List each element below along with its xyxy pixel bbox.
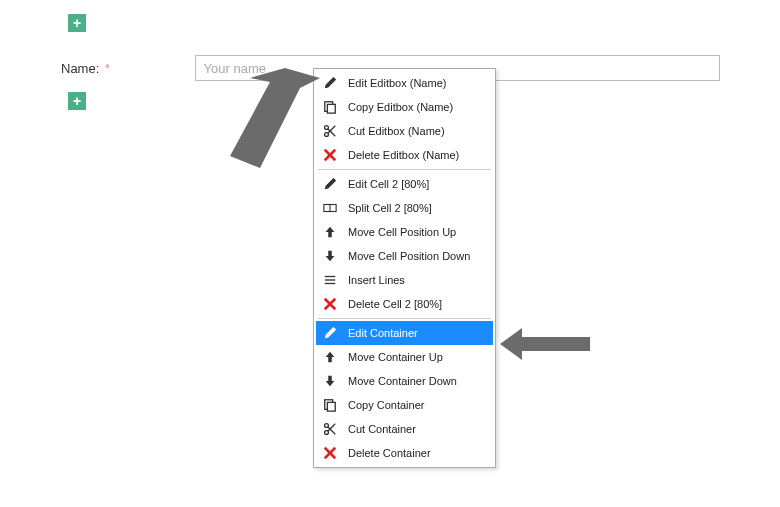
copy-icon (322, 99, 338, 115)
menu-item-label: Edit Container (348, 327, 418, 339)
svg-rect-1 (327, 104, 335, 113)
add-button[interactable]: + (68, 92, 86, 110)
add-button[interactable]: + (68, 14, 86, 32)
pencil-icon (322, 75, 338, 91)
delete-icon (322, 147, 338, 163)
svg-rect-16 (327, 402, 335, 411)
menu-item[interactable]: Move Container Down (316, 369, 493, 393)
menu-item[interactable]: Copy Editbox (Name) (316, 95, 493, 119)
menu-item-label: Insert Lines (348, 274, 405, 286)
split-icon (322, 200, 338, 216)
menu-item[interactable]: Delete Editbox (Name) (316, 143, 493, 167)
menu-item[interactable]: Edit Editbox (Name) (316, 71, 493, 95)
name-label: Name: (61, 61, 103, 76)
context-menu: Edit Editbox (Name)Copy Editbox (Name)Cu… (313, 68, 496, 468)
menu-item[interactable]: Delete Container (316, 441, 493, 465)
menu-item-label: Copy Container (348, 399, 424, 411)
menu-item-label: Move Container Down (348, 375, 457, 387)
menu-item[interactable]: Move Cell Position Up (316, 220, 493, 244)
copy-icon (322, 397, 338, 413)
menu-separator (318, 318, 491, 319)
menu-item[interactable]: Insert Lines (316, 268, 493, 292)
scissors-icon (322, 421, 338, 437)
menu-item-label: Move Container Up (348, 351, 443, 363)
menu-separator (318, 169, 491, 170)
menu-item-label: Delete Container (348, 447, 431, 459)
menu-item[interactable]: Cut Editbox (Name) (316, 119, 493, 143)
menu-item-label: Edit Cell 2 [80%] (348, 178, 429, 190)
delete-icon (322, 296, 338, 312)
menu-item[interactable]: Delete Cell 2 [80%] (316, 292, 493, 316)
menu-item-label: Cut Container (348, 423, 416, 435)
menu-item-label: Delete Cell 2 [80%] (348, 298, 442, 310)
menu-item[interactable]: Split Cell 2 [80%] (316, 196, 493, 220)
pencil-icon (322, 176, 338, 192)
menu-item-label: Move Cell Position Up (348, 226, 456, 238)
menu-item-label: Cut Editbox (Name) (348, 125, 445, 137)
menu-item[interactable]: Copy Container (316, 393, 493, 417)
menu-item-label: Delete Editbox (Name) (348, 149, 459, 161)
menu-item-label: Copy Editbox (Name) (348, 101, 453, 113)
menu-item-label: Split Cell 2 [80%] (348, 202, 432, 214)
arrow-up-icon (322, 224, 338, 240)
svg-marker-23 (230, 68, 320, 168)
menu-item-label: Move Cell Position Down (348, 250, 470, 262)
menu-item-label: Edit Editbox (Name) (348, 77, 446, 89)
svg-marker-24 (500, 328, 590, 360)
annotation-arrow-icon (500, 324, 590, 364)
menu-item[interactable]: Move Container Up (316, 345, 493, 369)
arrow-down-icon (322, 248, 338, 264)
required-indicator: * (105, 62, 109, 74)
delete-icon (322, 445, 338, 461)
arrow-down-icon (322, 373, 338, 389)
lines-icon (322, 272, 338, 288)
pencil-icon (322, 325, 338, 341)
menu-item[interactable]: Edit Container (316, 321, 493, 345)
menu-item[interactable]: Move Cell Position Down (316, 244, 493, 268)
menu-item[interactable]: Edit Cell 2 [80%] (316, 172, 493, 196)
annotation-arrow-icon (210, 68, 320, 168)
scissors-icon (322, 123, 338, 139)
menu-item[interactable]: Cut Container (316, 417, 493, 441)
arrow-up-icon (322, 349, 338, 365)
